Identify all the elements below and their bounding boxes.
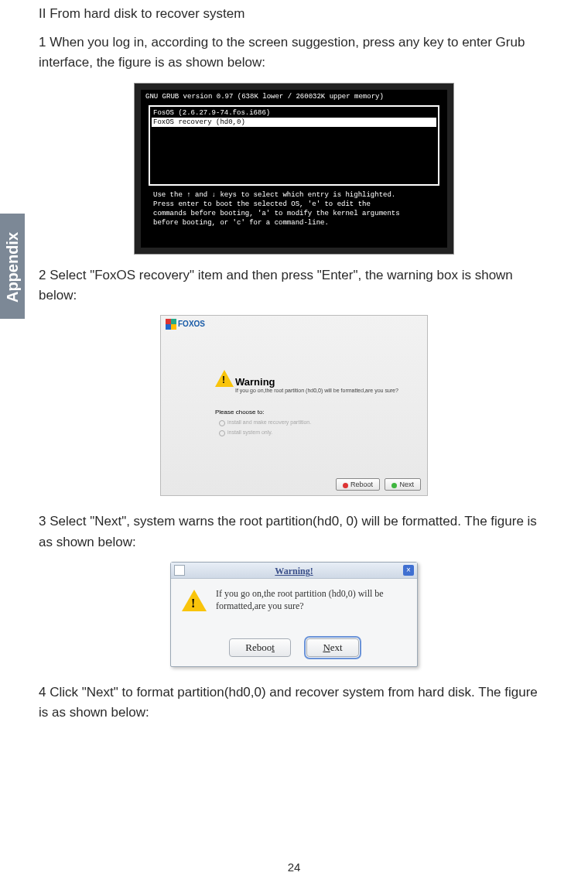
- dialog-titlebar: Warning! ×: [171, 563, 417, 579]
- grub-menu: FosOS (2.6.27.9-74.fos.i686) FoxOS recov…: [149, 105, 439, 186]
- svg-rect-2: [166, 324, 171, 330]
- warning-text: If you go on,the root partition (hd0,0) …: [235, 388, 398, 393]
- grub-help-line: before booting, or 'c' for a command-lin…: [153, 218, 435, 227]
- page-number: 24: [0, 860, 588, 874]
- close-icon[interactable]: ×: [403, 565, 414, 576]
- reboot-label: Reboot: [350, 481, 373, 488]
- option-1-label: install and make recovery partition.: [227, 419, 311, 425]
- figure-warning-dialog: Warning! × If you go on,the root partiti…: [170, 562, 418, 667]
- next-label: Next: [399, 481, 414, 488]
- grub-help: Use the ↑ and ↓ keys to select which ent…: [141, 186, 447, 227]
- radio-icon: [219, 420, 225, 426]
- dialog-title: Warning!: [275, 566, 313, 576]
- option-2[interactable]: install system only.: [219, 429, 272, 436]
- choose-label: Please choose to:: [215, 409, 265, 416]
- paragraph-2: 2 Select "FoxOS recovery" item and then …: [39, 265, 549, 306]
- grub-help-line: Use the ↑ and ↓ keys to select which ent…: [153, 190, 435, 200]
- radio-icon: [219, 430, 225, 436]
- grub-screen: GNU GRUB version 0.97 (638K lower / 2600…: [141, 90, 447, 248]
- warning-icon: [182, 590, 207, 611]
- dialog-body: If you go on,the root partition (hd0,0) …: [171, 579, 417, 612]
- side-tab: Appendix: [0, 214, 25, 319]
- next-button[interactable]: Next: [385, 478, 421, 491]
- side-tab-label: Appendix: [4, 229, 22, 306]
- figure-grub: GNU GRUB version 0.97 (638K lower / 2600…: [134, 83, 454, 255]
- foxos-logo-text: FOXOS: [178, 320, 205, 328]
- grub-title: GNU GRUB version 0.97 (638K lower / 2600…: [141, 90, 447, 102]
- svg-rect-1: [171, 319, 176, 324]
- green-dot-icon: [391, 483, 397, 488]
- dialog-reboot-button[interactable]: Reboot: [229, 638, 291, 657]
- figure-foxos-warning: FOXOS Warning If you go on,the root part…: [160, 315, 428, 496]
- option-1[interactable]: install and make recovery partition.: [219, 419, 311, 426]
- warning-block: Warning If you go on,the root partition …: [235, 376, 398, 393]
- page-body: II From hard disk to recover system 1 Wh…: [0, 0, 588, 724]
- paragraph-3: 3 Select "Next", system warns the root p…: [39, 511, 549, 552]
- svg-rect-0: [166, 319, 171, 324]
- grub-help-line: commands before booting, 'a' to modify t…: [153, 209, 435, 218]
- dialog-next-button[interactable]: Next: [306, 638, 358, 657]
- dialog-buttons: Reboot Next: [171, 638, 417, 657]
- window-menu-icon[interactable]: [174, 565, 185, 576]
- paragraph-4: 4 Click "Next" to format partition(hd0,0…: [39, 682, 549, 724]
- puzzle-icon: [166, 319, 176, 330]
- option-2-label: install system only.: [227, 429, 272, 435]
- next-underline: N: [323, 641, 330, 653]
- warning-title: Warning: [235, 376, 398, 388]
- grub-item-1: FosOS (2.6.27.9-74.fos.i686): [152, 108, 436, 118]
- warning-icon: [215, 370, 234, 387]
- grub-item-2-selected: FoxOS recovery (hd0,0): [152, 118, 436, 127]
- reboot-button[interactable]: Reboot: [336, 478, 380, 491]
- paragraph-1: 1 When you log in, according to the scre…: [39, 32, 549, 74]
- dialog-message: If you go on,the root partition (hd0,0) …: [216, 588, 408, 612]
- foxos-buttons: Reboot Next: [333, 478, 421, 491]
- reboot-underline: t: [272, 641, 275, 653]
- reboot-pre: Reboo: [245, 641, 272, 653]
- section-heading: II From hard disk to recover system: [39, 6, 549, 22]
- foxos-logo: FOXOS: [166, 319, 205, 330]
- grub-help-line: Press enter to boot the selected OS, 'e'…: [153, 200, 435, 209]
- next-post: ext: [330, 641, 343, 653]
- svg-rect-3: [171, 324, 176, 330]
- red-dot-icon: [343, 483, 348, 488]
